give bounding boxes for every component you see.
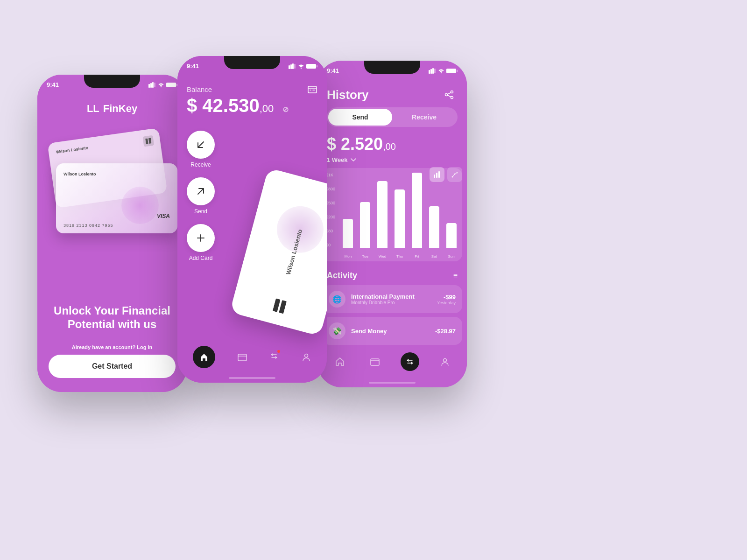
svg-rect-21 [429,70,430,74]
chart-x-label-0: Mon [341,254,355,259]
svg-rect-0 [148,84,150,88]
svg-rect-26 [446,69,456,73]
activity-amount-0: -$99 [437,294,456,301]
right-nav-transfer[interactable] [401,352,419,371]
activity-item-1[interactable]: 💸 Send Money -$28.97 [322,317,462,345]
svg-rect-14 [306,64,316,69]
chart-x-label-5: Sat [427,254,441,259]
week-filter[interactable]: 1 Week [327,156,356,163]
card-visa: VISA [157,213,170,219]
log-in-link[interactable]: Log in [137,344,152,350]
svg-rect-7 [145,138,148,144]
get-started-label: Get Started [92,362,132,371]
right-nav-card[interactable] [366,352,384,371]
svg-rect-10 [290,64,292,69]
filter-icon[interactable]: ≡ [453,272,458,280]
history-header: History [327,86,458,103]
right-bottom-nav [317,345,467,378]
svg-point-20 [304,354,308,357]
action-buttons: Receive Send Add Card [187,131,215,261]
receive-action[interactable]: Receive [187,131,215,168]
status-icons-center [289,63,317,69]
receive-toggle[interactable]: Receive [392,109,456,126]
headline: Unlock Your Financial Potential with us [47,304,177,331]
chart-x-label-2: Wed [375,254,390,259]
svg-rect-37 [371,359,379,365]
card-front: Wilson Losiento VISA 3819 2313 0942 7955 [56,163,177,233]
svg-rect-17 [273,298,281,312]
svg-point-29 [445,94,448,96]
card-back-logo [142,135,154,147]
nav-card-center[interactable] [237,352,247,362]
card-back-name: Wilson Losiento [56,145,88,154]
activity-date-0: Yesterday [437,301,456,305]
status-icons-left [148,82,177,88]
activity-amount-col-1: -$28.97 [435,328,456,335]
chart-container: $1K $800 $500 $200 $80 $0 MonTueWedThuFr… [322,168,462,261]
svg-rect-15 [317,65,317,67]
status-bar-center: 9:41 [187,63,317,70]
phone-right: 9:41 History Send Receive $ 2.52 [317,61,467,387]
svg-rect-1 [150,83,152,88]
svg-rect-5 [166,83,176,87]
y-label-200: $200 [326,215,335,219]
send-button[interactable] [187,177,215,205]
activity-icon-0: 🌐 [329,291,345,308]
receive-button[interactable] [187,131,215,159]
activity-name-1: Send Money [351,328,430,335]
add-card-button[interactable] [187,224,215,252]
send-receive-toggle[interactable]: Send Receive [327,107,458,127]
activity-info-1: Send Money [351,328,430,335]
send-label: Send [194,208,207,215]
balance-area: Balance $ 42.530,00 ⊘ [187,84,317,115]
right-nav-home[interactable] [331,352,349,371]
nav-profile-center[interactable] [301,352,311,362]
activity-item-0[interactable]: 🌐 International Payment Monthly Dribbble… [322,285,462,313]
chart-y-labels: $1K $800 $500 $200 $80 $0 [326,173,335,247]
chart-bar-group-0 [341,173,355,248]
chart-x-label-4: Fri [409,254,424,259]
history-title: History [327,88,369,102]
svg-rect-11 [292,63,294,69]
activity-amount-1: -$28.97 [435,328,456,335]
already-account: Already have an account? Log in [37,344,187,350]
get-started-button[interactable]: Get Started [49,355,176,378]
svg-rect-16 [308,86,317,93]
bottom-line-right [369,382,416,384]
share-button[interactable] [441,86,458,103]
balance-label: Balance [187,84,317,94]
chart-bar-6 [446,223,457,248]
activity-name-0: International Payment [351,293,431,300]
center-card: Wilson Losiento [230,168,327,336]
history-amount: $ 2.520,00 [327,134,396,154]
y-label-800: $800 [326,187,335,191]
add-card-action[interactable]: Add Card [187,224,215,261]
svg-point-4 [161,86,162,87]
svg-point-28 [451,91,453,93]
activity-sub-0: Monthly Dribbble Pro [351,300,431,305]
cards-area: Wilson Losiento Wilson Losiento VISA 381… [47,126,177,275]
status-bar-right: 9:41 [327,67,458,74]
nav-transfer-center[interactable] [269,351,279,363]
card-logo-bottom [272,298,287,316]
bottom-nav-center [177,341,327,373]
svg-rect-3 [154,83,155,87]
svg-rect-27 [457,70,458,72]
chart-bar-4 [412,173,422,248]
y-label-1k: $1K [326,173,335,177]
activity-title: Activity [327,271,357,280]
svg-rect-19 [238,354,247,361]
send-toggle[interactable]: Send [328,109,392,126]
chart-bar-1 [360,202,370,248]
right-nav-profile[interactable] [436,352,454,371]
logo-area: LL FinKey [87,103,137,115]
nav-home[interactable] [193,346,215,368]
chart-bar-2 [377,181,388,248]
time-left: 9:41 [47,81,59,88]
svg-rect-2 [152,82,154,88]
y-label-0: $0 [326,243,335,247]
svg-point-25 [441,72,442,73]
bottom-line-center [229,377,275,379]
activity-icon-1: 💸 [329,322,345,339]
send-action[interactable]: Send [187,177,215,215]
